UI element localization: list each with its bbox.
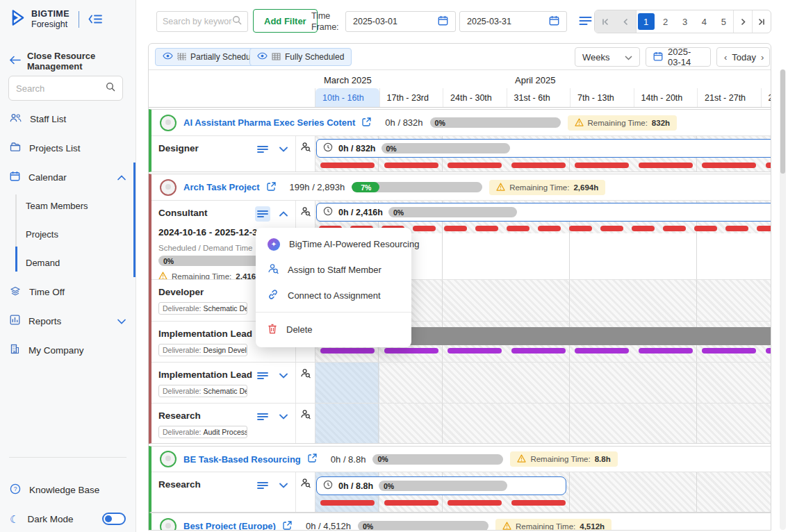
assign-person-icon[interactable] xyxy=(300,409,311,443)
page-4-button[interactable]: 4 xyxy=(694,10,714,33)
first-page-button[interactable] xyxy=(595,10,616,33)
schedule-rows: AI Assistant Pharma Exec Series Cotent 0… xyxy=(149,108,771,530)
clock-icon xyxy=(323,206,333,219)
page-1-button[interactable]: 1 xyxy=(637,10,656,33)
week-column[interactable]: 21st - 27th xyxy=(697,88,761,107)
assign-person-icon[interactable] xyxy=(300,368,311,403)
role-menu-icon[interactable] xyxy=(255,142,270,157)
sidebar-item-team-members[interactable]: Team Members xyxy=(0,192,136,220)
external-link-icon[interactable] xyxy=(267,181,276,194)
week-column[interactable]: 14th - 20th xyxy=(634,88,698,107)
calendar-icon xyxy=(653,51,663,63)
sidebar-item-knowledge-base[interactable]: ? Knowledge Base xyxy=(0,475,136,504)
assign-person-icon[interactable] xyxy=(300,478,311,512)
timeline-implementation-lead-2[interactable] xyxy=(315,363,771,403)
project-link[interactable]: AI Assistant Pharma Exec Series Cotent xyxy=(183,117,355,128)
sidebar-item-demand[interactable]: Demand xyxy=(0,249,136,277)
sidebar-search[interactable] xyxy=(8,76,123,101)
chevron-down-icon[interactable] xyxy=(276,368,291,383)
page-3-button[interactable]: 3 xyxy=(675,10,695,33)
role-menu-icon[interactable] xyxy=(255,368,270,383)
project-progress-bar: 0% xyxy=(358,521,489,530)
sidebar-item-time-off[interactable]: Time Off xyxy=(0,277,136,306)
timeline-research-2[interactable]: 0h / 8.8h 0% xyxy=(315,472,771,512)
deliverable-chip: Deliverable:Audit Processes xyxy=(158,426,247,438)
schedule-summary-box[interactable]: 0h / 8.8h 0% xyxy=(316,476,566,495)
sidebar-item-calendar[interactable]: Calendar xyxy=(0,163,136,192)
sidebar-item-projects[interactable]: Projects xyxy=(0,220,136,249)
calendar-icon[interactable] xyxy=(438,15,448,28)
schedule-summary-box[interactable]: 0h / 2,416h 0% xyxy=(316,203,771,222)
role-menu-icon-active[interactable] xyxy=(255,206,270,222)
add-filter-button[interactable]: Add Filter xyxy=(253,9,318,33)
board-header: Partially Scheduled Fully Scheduled Week… xyxy=(149,44,771,70)
sidebar-item-label: Projects List xyxy=(29,143,81,153)
project-link[interactable]: Arch Task Project xyxy=(183,182,260,192)
projects-list-icon xyxy=(10,142,21,153)
view-mode-select[interactable]: Weeks xyxy=(575,47,640,67)
schedule-summary-box[interactable]: 0h / 832h 0% xyxy=(316,139,771,158)
role-menu-icon[interactable] xyxy=(255,478,270,493)
chevron-down-icon[interactable] xyxy=(276,478,291,493)
project-link[interactable]: Best Project (Europe) xyxy=(183,521,276,530)
chevron-down-icon[interactable] xyxy=(276,142,291,157)
week-column[interactable]: 7th - 13th xyxy=(570,88,634,107)
page-5-button[interactable]: 5 xyxy=(714,10,733,33)
timeline-designer[interactable]: 0h / 832h 0% xyxy=(315,136,771,172)
assign-person-icon[interactable] xyxy=(300,142,311,172)
sort-icon[interactable] xyxy=(579,16,592,28)
week-column[interactable]: 28th - 4th xyxy=(761,88,772,107)
external-link-icon[interactable] xyxy=(308,453,317,465)
sidebar-item-my-company[interactable]: My Company xyxy=(0,335,136,365)
sidebar: BIGTIME Foresight Close Resource Managem… xyxy=(0,0,136,532)
external-link-icon[interactable] xyxy=(283,520,292,531)
time-frame-start-date[interactable]: 2025-03-01 xyxy=(345,11,456,32)
menu-item-connect-assignment[interactable]: Connect to Assignment xyxy=(256,283,411,308)
fully-scheduled-chip[interactable]: Fully Scheduled xyxy=(249,48,352,66)
sidebar-item-staff-list[interactable]: Staff List xyxy=(0,104,136,133)
vertical-scrollbar[interactable] xyxy=(780,69,786,530)
current-date-button[interactable]: 2025-03-14 xyxy=(646,47,711,67)
keyword-search[interactable] xyxy=(156,11,248,32)
sidebar-collapse-icon[interactable] xyxy=(88,14,103,24)
week-column-current[interactable]: 10th - 16th xyxy=(315,88,379,107)
time-frame-end-date[interactable]: 2025-03-31 xyxy=(459,11,567,32)
prev-page-button[interactable] xyxy=(616,10,637,33)
main-content: Add Filter Time Frame: 2025-03-01 2025-0… xyxy=(136,0,788,532)
menu-item-ai-resourcing[interactable]: ✦ BigTime AI-Powered Resourcing xyxy=(256,231,411,257)
week-column[interactable]: 24th - 30th xyxy=(443,88,507,107)
today-button[interactable]: ‹ Today › xyxy=(716,47,770,67)
keyword-search-input[interactable] xyxy=(163,17,232,26)
prev-period-icon[interactable]: ‹ xyxy=(724,52,727,63)
project-link[interactable]: BE Task-Based Resourcing xyxy=(183,454,301,465)
calendar-icon xyxy=(10,171,20,183)
eye-icon xyxy=(163,52,173,62)
role-row-research-1: Research Deliverable:Audit Processes xyxy=(151,403,771,443)
start-date-value: 2025-03-01 xyxy=(353,17,397,26)
sidebar-item-reports[interactable]: Reports xyxy=(0,306,136,335)
chevron-up-icon[interactable] xyxy=(276,206,291,222)
sidebar-item-projects-list[interactable]: Projects List xyxy=(0,133,136,163)
next-page-button[interactable] xyxy=(733,10,752,33)
scrollbar-thumb[interactable] xyxy=(780,69,785,174)
staff-list-icon xyxy=(10,113,22,124)
week-column[interactable]: 31st - 6th xyxy=(507,88,571,107)
role-menu-icon[interactable] xyxy=(255,409,270,424)
sidebar-search-input[interactable] xyxy=(16,83,106,94)
close-resource-management[interactable]: Close Resource Management xyxy=(9,51,136,72)
calendar-icon[interactable] xyxy=(549,15,559,28)
page-2-button[interactable]: 2 xyxy=(656,10,675,33)
menu-item-assign-staff[interactable]: Assign to Staff Member xyxy=(256,257,411,283)
clock-icon xyxy=(323,480,333,492)
back-arrow-icon xyxy=(9,56,21,67)
week-column[interactable]: 17th - 23rd xyxy=(379,88,443,107)
dark-mode-toggle[interactable] xyxy=(102,513,126,525)
chevron-down-icon[interactable] xyxy=(276,409,291,424)
timeline-research-1[interactable] xyxy=(315,404,771,443)
menu-item-delete[interactable]: Delete xyxy=(256,317,411,342)
external-link-icon[interactable] xyxy=(362,117,371,129)
last-page-button[interactable] xyxy=(752,10,771,33)
next-period-icon[interactable]: › xyxy=(761,52,764,63)
warning-icon xyxy=(517,454,526,464)
project-row: BE Task-Based Resourcing 0h / 8.8h 0% Re… xyxy=(151,447,771,472)
